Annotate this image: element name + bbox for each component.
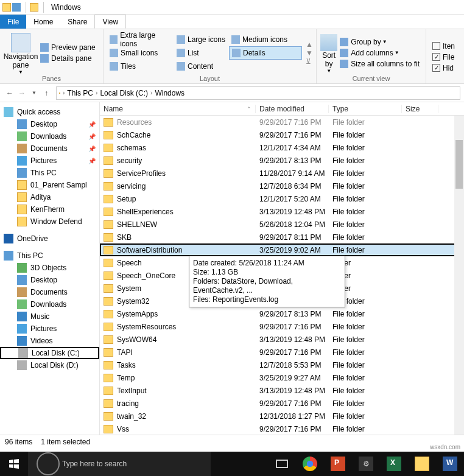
- tab-view[interactable]: View: [94, 15, 126, 29]
- crumb-localdisk[interactable]: Local Disk (C:)›: [100, 89, 155, 97]
- sidebar-pictures[interactable]: Pictures📌: [0, 155, 99, 167]
- cell-date: 12/7/2018 6:34 PM: [256, 182, 329, 191]
- table-row[interactable]: ShellExperiences3/13/2019 12:48 PMFile f…: [100, 205, 464, 218]
- recent-button[interactable]: ▼: [28, 87, 40, 99]
- table-row[interactable]: security9/29/2017 8:13 PMFile folder: [100, 154, 464, 167]
- details-pane-button[interactable]: Details pane: [38, 53, 98, 64]
- navigation-pane-button[interactable]: Navigation pane ▼: [4, 30, 38, 75]
- size-columns-button[interactable]: Size all columns to fit: [337, 58, 422, 69]
- table-row[interactable]: SoftwareDistribution3/25/2019 9:02 AMFil…: [100, 243, 464, 256]
- sidebar-thispc2[interactable]: This PC: [0, 250, 99, 262]
- col-size[interactable]: Size: [402, 105, 438, 113]
- save-icon[interactable]: [12, 3, 21, 12]
- forward-button[interactable]: →: [16, 87, 28, 99]
- col-name[interactable]: Name⌃: [100, 105, 256, 113]
- sidebar-downloads2[interactable]: Downloads: [0, 298, 99, 310]
- table-row[interactable]: servicing12/7/2018 6:34 PMFile folder: [100, 180, 464, 192]
- sidebar-desktop[interactable]: Desktop📌: [0, 118, 99, 130]
- layout-small-icons[interactable]: Small icons: [107, 46, 174, 60]
- word-button[interactable]: [436, 452, 464, 476]
- layout-tiles[interactable]: Tiles: [107, 60, 174, 73]
- table-row[interactable]: tracing9/29/2017 7:16 PMFile folder: [100, 397, 464, 410]
- sidebar-ken[interactable]: KenFherm: [0, 203, 99, 215]
- col-type[interactable]: Type: [329, 105, 402, 113]
- table-row[interactable]: Temp3/25/2019 9:27 AMFile folder: [100, 371, 464, 384]
- tab-share[interactable]: Share: [60, 15, 94, 29]
- sidebar-documents2[interactable]: Documents: [0, 286, 99, 298]
- scrollbar[interactable]: [454, 116, 464, 435]
- explorer-button[interactable]: [408, 452, 436, 476]
- table-row[interactable]: Tasks12/7/2018 5:53 PMFile folder: [100, 359, 464, 371]
- tab-file[interactable]: File: [0, 15, 26, 29]
- cell-name: tracing: [100, 399, 256, 408]
- layout-medium-icons[interactable]: Medium icons: [229, 33, 302, 46]
- expand-icon[interactable]: ⊻: [306, 57, 313, 66]
- sidebar-localdisk-c[interactable]: Local Disk (C:): [0, 347, 99, 359]
- scroll-down-icon[interactable]: ▼: [306, 49, 313, 57]
- layout-xl-icons[interactable]: Extra large icons: [107, 33, 174, 46]
- table-row[interactable]: SysWOW643/13/2019 12:48 PMFile folder: [100, 333, 464, 346]
- col-date[interactable]: Date modified: [256, 105, 329, 113]
- sidebar-music[interactable]: Music: [0, 310, 99, 323]
- chrome-button[interactable]: [296, 452, 324, 476]
- quick-access[interactable]: Quick access: [0, 106, 99, 118]
- powerpoint-button[interactable]: [324, 452, 352, 476]
- videos-icon: [17, 336, 27, 346]
- powerpoint-icon: [331, 457, 345, 471]
- sidebar-localdisk-d[interactable]: Local Disk (D:): [0, 359, 99, 371]
- table-row[interactable]: SystemResources9/29/2017 7:16 PMFile fol…: [100, 320, 464, 333]
- table-row[interactable]: twain_3212/31/2018 1:27 PMFile folder: [100, 410, 464, 422]
- layout-large-icons[interactable]: Large icons: [174, 33, 229, 46]
- table-row[interactable]: Resources9/29/2017 7:16 PMFile folder: [100, 116, 464, 128]
- preview-pane-button[interactable]: Preview pane: [38, 42, 98, 53]
- taskview-button[interactable]: [268, 452, 296, 476]
- table-row[interactable]: Setup12/1/2017 5:20 AMFile folder: [100, 192, 464, 205]
- sidebar-desktop2[interactable]: Desktop: [0, 274, 99, 286]
- start-button[interactable]: [0, 452, 28, 476]
- sidebar-aditya[interactable]: Aditya: [0, 191, 99, 203]
- crumb-windows[interactable]: Windows: [155, 89, 185, 97]
- table-row[interactable]: TextInput3/13/2019 12:48 PMFile folder: [100, 384, 464, 397]
- table-row[interactable]: TAPI9/29/2017 7:16 PMFile folder: [100, 346, 464, 359]
- sidebar-3dobjects[interactable]: 3D Objects: [0, 262, 99, 274]
- cell-date: 3/13/2019 12:48 PM: [256, 208, 329, 216]
- search-box[interactable]: Type here to search: [28, 452, 211, 476]
- table-row[interactable]: SKB9/29/2017 8:11 PMFile folder: [100, 231, 464, 243]
- breadcrumb-bar[interactable]: › This PC› Local Disk (C:)› Windows: [56, 86, 460, 100]
- up-button[interactable]: ↑: [40, 87, 52, 99]
- layout-list[interactable]: List: [174, 46, 229, 60]
- label: Pictures: [30, 324, 57, 333]
- scroll-thumb[interactable]: [455, 140, 463, 189]
- sidebar-thispc[interactable]: This PC: [0, 167, 99, 179]
- sidebar-parent[interactable]: 01_Parent Sampl: [0, 179, 99, 191]
- settings-button[interactable]: ⚙: [352, 452, 380, 476]
- layout-details[interactable]: Details: [229, 46, 302, 60]
- table-row[interactable]: SchCache9/29/2017 7:16 PMFile folder: [100, 128, 464, 141]
- sidebar-videos[interactable]: Videos: [0, 335, 99, 347]
- excel-button[interactable]: [380, 452, 408, 476]
- sidebar-documents[interactable]: Documents📌: [0, 142, 99, 155]
- add-columns-button[interactable]: Add columns▼: [337, 47, 422, 58]
- table-row[interactable]: SHELLNEW5/26/2018 12:04 PMFile folder: [100, 218, 464, 231]
- cell-name: SchCache: [100, 131, 256, 139]
- scroll-up-icon[interactable]: ▲: [306, 40, 313, 49]
- label: Iten: [443, 42, 455, 51]
- sidebar-defend[interactable]: Window Defend: [0, 215, 99, 228]
- tab-home[interactable]: Home: [26, 15, 60, 29]
- sidebar-pictures2[interactable]: Pictures: [0, 323, 99, 335]
- table-row[interactable]: Vss9/29/2017 7:16 PMFile folder: [100, 422, 464, 435]
- back-button[interactable]: ←: [4, 87, 16, 99]
- table-row[interactable]: SystemApps9/29/2017 8:13 PMFile folder: [100, 307, 464, 320]
- table-row[interactable]: ServiceProfiles11/28/2017 9:14 AMFile fo…: [100, 167, 464, 180]
- layout-content[interactable]: Content: [174, 60, 229, 73]
- hidden-checkbox[interactable]: ✓Hid: [430, 63, 460, 74]
- crumb-sep[interactable]: ›: [60, 89, 67, 96]
- file-ext-checkbox[interactable]: ✓File: [430, 52, 460, 63]
- sort-by-button[interactable]: Sort by ▼: [320, 30, 337, 75]
- crumb-thispc[interactable]: This PC›: [67, 89, 100, 97]
- sidebar-downloads[interactable]: Downloads📌: [0, 130, 99, 142]
- item-checkbox[interactable]: Iten: [430, 41, 460, 52]
- sidebar-onedrive[interactable]: OneDrive: [0, 233, 99, 245]
- table-row[interactable]: schemas12/1/2017 4:34 AMFile folder: [100, 141, 464, 154]
- group-by-button[interactable]: Group by▼: [337, 37, 422, 47]
